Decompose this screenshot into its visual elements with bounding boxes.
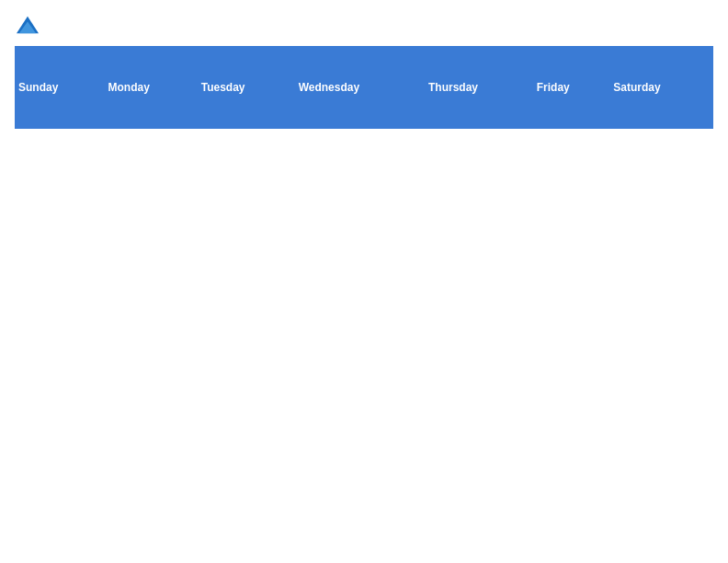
logo-icon [15,15,40,37]
column-header-sunday: Sunday [15,46,104,129]
column-header-thursday: Thursday [425,46,533,129]
calendar-table: SundayMondayTuesdayWednesdayThursdayFrid… [15,46,713,129]
calendar-header-row: SundayMondayTuesdayWednesdayThursdayFrid… [15,46,713,129]
column-header-saturday: Saturday [609,46,713,129]
page-header [15,15,713,37]
column-header-monday: Monday [104,46,197,129]
column-header-friday: Friday [533,46,610,129]
column-header-wednesday: Wednesday [295,46,425,129]
logo [15,15,44,37]
column-header-tuesday: Tuesday [198,46,295,129]
